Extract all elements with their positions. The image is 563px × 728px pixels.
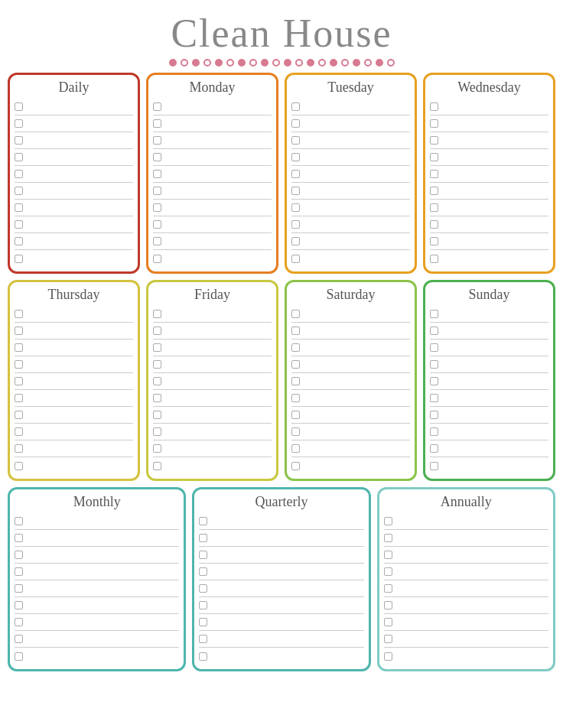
checkbox-icon[interactable]	[199, 551, 207, 559]
checkbox-icon[interactable]	[15, 584, 23, 593]
check-row[interactable]	[153, 424, 272, 440]
check-row[interactable]	[291, 200, 410, 216]
checkbox-icon[interactable]	[153, 310, 161, 318]
checkbox-icon[interactable]	[430, 153, 438, 161]
check-row[interactable]	[15, 200, 133, 216]
checkbox-icon[interactable]	[291, 237, 300, 245]
checkbox-icon[interactable]	[153, 237, 161, 245]
check-row[interactable]	[384, 530, 548, 547]
check-row[interactable]	[291, 373, 410, 390]
check-row[interactable]	[291, 233, 410, 250]
checkbox-icon[interactable]	[384, 551, 392, 559]
check-row[interactable]	[15, 424, 133, 440]
checkbox-icon[interactable]	[291, 394, 300, 402]
checkbox-icon[interactable]	[199, 517, 207, 525]
check-row[interactable]	[291, 440, 410, 457]
check-row[interactable]	[153, 149, 272, 166]
checkbox-icon[interactable]	[15, 444, 23, 453]
check-row[interactable]	[430, 373, 548, 390]
check-row[interactable]	[384, 513, 548, 530]
check-row[interactable]	[153, 250, 272, 267]
checkbox-icon[interactable]	[430, 310, 438, 318]
checkbox-icon[interactable]	[153, 360, 161, 369]
checkbox-icon[interactable]	[291, 170, 300, 178]
checkbox-icon[interactable]	[199, 635, 207, 643]
checkbox-icon[interactable]	[15, 652, 23, 661]
checkbox-icon[interactable]	[153, 187, 161, 195]
check-row[interactable]	[15, 457, 133, 474]
checkbox-icon[interactable]	[153, 220, 161, 229]
checkbox-icon[interactable]	[153, 119, 161, 128]
checkbox-icon[interactable]	[153, 327, 161, 335]
check-row[interactable]	[15, 132, 133, 149]
checkbox-icon[interactable]	[15, 534, 23, 542]
checkbox-icon[interactable]	[15, 618, 23, 626]
checkbox-icon[interactable]	[384, 534, 392, 542]
checkbox-icon[interactable]	[291, 153, 300, 161]
check-row[interactable]	[199, 547, 363, 564]
checkbox-icon[interactable]	[15, 255, 23, 263]
checkbox-icon[interactable]	[15, 203, 23, 212]
checkbox-icon[interactable]	[291, 220, 300, 229]
checkbox-icon[interactable]	[153, 343, 161, 352]
checkbox-icon[interactable]	[15, 237, 23, 245]
checkbox-icon[interactable]	[15, 411, 23, 419]
checkbox-icon[interactable]	[15, 153, 23, 161]
check-row[interactable]	[153, 216, 272, 233]
check-row[interactable]	[153, 200, 272, 216]
check-row[interactable]	[430, 166, 548, 183]
check-row[interactable]	[384, 648, 548, 665]
checkbox-icon[interactable]	[199, 534, 207, 542]
check-row[interactable]	[153, 340, 272, 356]
check-row[interactable]	[291, 356, 410, 373]
checkbox-icon[interactable]	[15, 327, 23, 335]
check-row[interactable]	[430, 216, 548, 233]
checkbox-icon[interactable]	[15, 427, 23, 436]
check-row[interactable]	[15, 580, 179, 597]
checkbox-icon[interactable]	[291, 327, 300, 335]
check-row[interactable]	[291, 99, 410, 115]
check-row[interactable]	[291, 132, 410, 149]
check-row[interactable]	[15, 513, 179, 530]
checkbox-icon[interactable]	[15, 601, 23, 609]
checkbox-icon[interactable]	[430, 394, 438, 402]
checkbox-icon[interactable]	[15, 377, 23, 385]
checkbox-icon[interactable]	[291, 343, 300, 352]
check-row[interactable]	[384, 614, 548, 631]
check-row[interactable]	[291, 457, 410, 474]
check-row[interactable]	[430, 306, 548, 323]
check-row[interactable]	[291, 306, 410, 323]
checkbox-icon[interactable]	[15, 102, 23, 111]
check-row[interactable]	[384, 564, 548, 580]
checkbox-icon[interactable]	[430, 327, 438, 335]
check-row[interactable]	[153, 323, 272, 340]
check-row[interactable]	[153, 440, 272, 457]
checkbox-icon[interactable]	[384, 618, 392, 626]
check-row[interactable]	[291, 183, 410, 200]
check-row[interactable]	[199, 513, 363, 530]
checkbox-icon[interactable]	[430, 444, 438, 453]
checkbox-icon[interactable]	[430, 255, 438, 263]
checkbox-icon[interactable]	[430, 102, 438, 111]
check-row[interactable]	[15, 631, 179, 648]
check-row[interactable]	[153, 356, 272, 373]
checkbox-icon[interactable]	[291, 136, 300, 145]
checkbox-icon[interactable]	[153, 394, 161, 402]
checkbox-icon[interactable]	[291, 102, 300, 111]
checkbox-icon[interactable]	[291, 427, 300, 436]
check-row[interactable]	[430, 115, 548, 132]
check-row[interactable]	[15, 166, 133, 183]
checkbox-icon[interactable]	[15, 517, 23, 525]
check-row[interactable]	[15, 356, 133, 373]
check-row[interactable]	[384, 597, 548, 614]
check-row[interactable]	[15, 233, 133, 250]
check-row[interactable]	[15, 390, 133, 407]
checkbox-icon[interactable]	[430, 411, 438, 419]
check-row[interactable]	[15, 407, 133, 424]
checkbox-icon[interactable]	[384, 652, 392, 661]
checkbox-icon[interactable]	[153, 427, 161, 436]
checkbox-icon[interactable]	[291, 203, 300, 212]
check-row[interactable]	[15, 306, 133, 323]
checkbox-icon[interactable]	[153, 153, 161, 161]
checkbox-icon[interactable]	[15, 360, 23, 369]
